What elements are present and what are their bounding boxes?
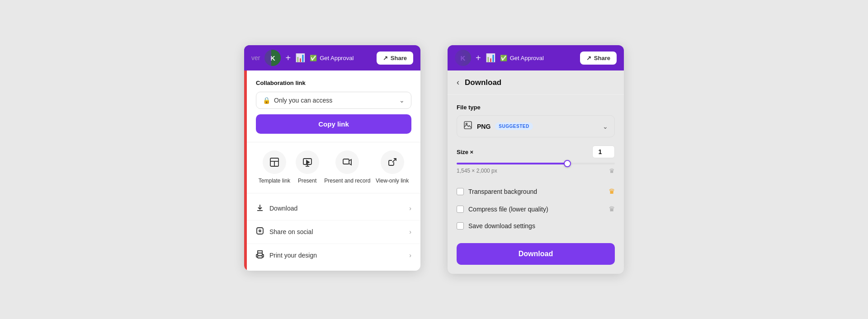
check-circle-icon-right: ✅ xyxy=(500,55,507,61)
print-chevron-icon: › xyxy=(409,252,411,259)
chevron-down-icon: ⌄ xyxy=(399,97,405,104)
share-grid: Template link Present xyxy=(247,142,420,193)
file-type-label: File type xyxy=(457,104,615,111)
download-chevron-icon: › xyxy=(409,205,411,212)
transparent-option[interactable]: Transparent background ♛ xyxy=(457,183,615,200)
share-option-view-only[interactable]: View-only link xyxy=(376,150,409,185)
share-option-present-record[interactable]: Present and record xyxy=(324,150,370,185)
download-label: Download xyxy=(269,205,297,212)
collab-section: Collaboration link 🔒 Only you can access… xyxy=(247,70,420,142)
get-approval-button-right[interactable]: ✅ Get Approval xyxy=(500,55,544,61)
present-record-icon xyxy=(335,150,359,174)
share-social-action-item[interactable]: Share on social › xyxy=(247,220,420,244)
collab-title: Collaboration link xyxy=(256,80,411,86)
share-button-left[interactable]: ↗ Share xyxy=(377,52,413,65)
avatar-left[interactable]: K xyxy=(264,50,281,66)
template-link-label: Template link xyxy=(259,178,290,185)
left-top-bar: ver K + 📊 ✅ Get Approval ↗ Share xyxy=(244,45,420,70)
view-only-link-icon xyxy=(381,150,404,174)
present-icon xyxy=(296,150,319,174)
template-link-icon xyxy=(263,150,286,174)
view-only-label: View-only link xyxy=(376,178,409,185)
back-button[interactable]: ‹ xyxy=(457,78,459,87)
svg-rect-13 xyxy=(464,122,472,129)
chart-icon-right[interactable]: 📊 xyxy=(486,53,495,63)
download-header: ‹ Download xyxy=(448,70,624,95)
save-settings-option[interactable]: Save download settings xyxy=(457,218,615,234)
svg-rect-10 xyxy=(257,228,263,234)
share-social-label: Share on social xyxy=(269,228,313,235)
plus-button-right[interactable]: + xyxy=(476,53,481,63)
transparent-checkbox[interactable] xyxy=(457,188,464,195)
size-slider[interactable] xyxy=(457,163,615,164)
download-panel: K + 📊 ✅ Get Approval ↗ Share ‹ Download … xyxy=(448,45,624,274)
print-action-left: Print your design xyxy=(256,250,317,261)
download-action-item[interactable]: Download › xyxy=(247,197,420,220)
filetype-chevron-icon: ⌄ xyxy=(603,123,608,130)
gold-crown-icon: ♛ xyxy=(609,187,615,196)
slider-thumb[interactable] xyxy=(564,160,571,167)
download-panel-title: Download xyxy=(465,78,501,87)
share-option-template[interactable]: Template link xyxy=(259,150,290,185)
left-panel-body: Collaboration link 🔒 Only you can access… xyxy=(244,70,420,271)
print-icon xyxy=(256,250,264,261)
compress-label: Compress file (lower quality) xyxy=(468,206,548,213)
crown-icon-dimensions: ♛ xyxy=(609,167,615,174)
download-body: File type PNG SUGGESTED ⌄ xyxy=(448,95,624,274)
share-icon: ↗ xyxy=(383,55,388,61)
compress-checkbox[interactable] xyxy=(457,206,464,213)
slider-fill xyxy=(457,163,567,164)
dimensions-text: 1,545 × 2,000 px xyxy=(457,168,497,174)
svg-rect-7 xyxy=(343,159,349,164)
action-list: Download › Share on social xyxy=(247,193,420,271)
avatar-right[interactable]: K xyxy=(455,50,471,66)
compress-option-left: Compress file (lower quality) xyxy=(457,206,548,213)
svg-rect-11 xyxy=(258,256,262,258)
present-record-label: Present and record xyxy=(324,178,370,185)
download-action-left: Download xyxy=(256,203,297,214)
share-button-right[interactable]: ↗ Share xyxy=(580,52,617,65)
right-top-bar: K + 📊 ✅ Get Approval ↗ Share xyxy=(448,45,624,70)
svg-marker-6 xyxy=(307,160,309,164)
filetype-dropdown[interactable]: PNG SUGGESTED ⌄ xyxy=(457,115,615,137)
compress-option[interactable]: Compress file (lower quality) ♛ xyxy=(457,200,615,218)
back-icon: ‹ xyxy=(457,78,459,87)
slider-track xyxy=(457,163,615,164)
download-button[interactable]: Download xyxy=(457,243,615,265)
ver-label: ver xyxy=(251,54,260,61)
get-approval-button-left[interactable]: ✅ Get Approval xyxy=(310,55,354,61)
image-icon xyxy=(463,121,472,132)
filetype-left: PNG SUGGESTED xyxy=(463,121,533,132)
print-action-item[interactable]: Print your design › xyxy=(247,244,420,267)
chart-icon-left[interactable]: 📊 xyxy=(295,53,305,63)
plus-button-left[interactable]: + xyxy=(285,53,291,63)
share-social-icon xyxy=(256,227,264,237)
share-icon-right: ↗ xyxy=(586,55,591,61)
svg-line-8 xyxy=(392,159,396,162)
copy-link-button[interactable]: Copy link xyxy=(256,114,411,134)
share-social-action-left: Share on social xyxy=(256,227,313,237)
lock-icon: 🔒 xyxy=(263,97,270,104)
share-social-chevron-icon: › xyxy=(409,228,411,235)
access-text: Only you can access xyxy=(274,97,332,104)
check-circle-icon: ✅ xyxy=(310,55,317,61)
share-panel: ver K + 📊 ✅ Get Approval ↗ Share Collabo… xyxy=(244,45,420,271)
suggested-badge: SUGGESTED xyxy=(495,122,533,130)
save-settings-label: Save download settings xyxy=(468,222,535,230)
download-icon xyxy=(256,203,264,214)
present-label: Present xyxy=(298,178,316,185)
transparent-option-left: Transparent background xyxy=(457,188,537,195)
svg-rect-12 xyxy=(258,251,262,253)
share-option-present[interactable]: Present xyxy=(296,150,319,185)
red-accent-bar xyxy=(244,70,247,271)
size-input[interactable] xyxy=(592,145,615,158)
transparent-label: Transparent background xyxy=(468,188,537,195)
filetype-name: PNG xyxy=(477,123,491,130)
save-settings-checkbox[interactable] xyxy=(457,222,464,230)
print-label: Print your design xyxy=(269,252,317,259)
options-list: Transparent background ♛ Compress file (… xyxy=(457,183,615,234)
size-row: Size × xyxy=(457,145,615,158)
access-dropdown[interactable]: 🔒 Only you can access ⌄ xyxy=(256,92,411,109)
gray-crown-icon: ♛ xyxy=(609,205,615,213)
save-settings-option-left: Save download settings xyxy=(457,222,535,230)
